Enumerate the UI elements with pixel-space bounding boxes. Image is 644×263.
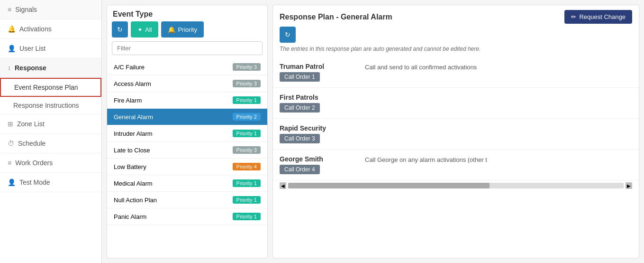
sidebar-item-label: Activations: [19, 25, 52, 33]
response-header: Response Plan - General Alarm ✏ Request …: [273, 5, 639, 27]
event-row[interactable]: Fire AlarmPriority 1: [107, 92, 267, 109]
sidebar-item-test-mode[interactable]: 👤 Test Mode: [0, 173, 101, 192]
event-row[interactable]: Late to ClosePriority 3: [107, 142, 267, 159]
sidebar-item-activations[interactable]: 🔔 Activations: [0, 19, 101, 39]
event-name: Access Alarm: [114, 80, 151, 87]
contact-name: Truman Patrol: [280, 63, 355, 70]
user-icon: 👤: [8, 45, 16, 52]
call-order-badge: Call Order 2: [280, 103, 355, 113]
zone-icon: ⊞: [8, 120, 13, 128]
contact-description: Call and send to all confirmed activatio…: [365, 63, 477, 71]
event-row[interactable]: Access AlarmPriority 3: [107, 75, 267, 92]
event-row[interactable]: General AlarmPriority 2: [107, 109, 267, 125]
priority-badge: Priority 2: [233, 113, 261, 121]
event-row[interactable]: Low BatteryPriority 4: [107, 159, 267, 175]
sidebar-item-label: Zone List: [17, 120, 45, 128]
response-plan-title: Response Plan - General Alarm: [280, 13, 392, 21]
event-name: Null Action Plan: [114, 197, 157, 204]
bell-filter-icon: 🔔: [168, 26, 175, 33]
response-row: Truman PatrolCall Order 1Call and send t…: [273, 57, 639, 88]
sidebar-item-response[interactable]: ↕ Response: [0, 58, 101, 78]
scrollbar-thumb: [288, 183, 490, 188]
sidebar-item-user-list[interactable]: 👤 User List: [0, 39, 101, 58]
event-name: Panic Alarm: [114, 213, 146, 220]
event-name: Fire Alarm: [114, 97, 142, 104]
refresh-icon: ↻: [117, 26, 123, 33]
priority-badge: Priority 1: [233, 96, 261, 104]
response-contact: Truman PatrolCall Order 1: [280, 63, 355, 82]
sidebar-item-schedule[interactable]: ⏱ Schedule: [0, 134, 101, 153]
contact-name: Rapid Security: [280, 124, 355, 132]
event-name: Intruder Alarm: [114, 130, 153, 137]
event-name: Medical Alarm: [114, 180, 153, 187]
request-change-button[interactable]: ✏ Request Change: [564, 10, 632, 24]
all-label: All: [145, 26, 152, 33]
scroll-right-button[interactable]: ▶: [626, 182, 632, 189]
sidebar: ≡ Signals 🔔 Activations 👤 User List ↕ Re…: [0, 0, 102, 263]
event-name: A/C Failure: [114, 64, 145, 71]
call-order-badge: Call Order 3: [280, 134, 355, 143]
priority-button[interactable]: 🔔 Priority: [161, 21, 203, 38]
signals-icon: ≡: [8, 6, 11, 13]
main-content: Event Type ↻ ✦ All 🔔 Priority A/C Failur…: [102, 0, 644, 263]
priority-badge: Priority 1: [233, 179, 261, 187]
filter-input[interactable]: [112, 41, 263, 55]
contact-name: George Smith: [280, 155, 355, 163]
response-row: Rapid SecurityCall Order 3: [273, 119, 639, 150]
asterisk-icon: ✦: [137, 26, 143, 33]
event-row[interactable]: Intruder AlarmPriority 1: [107, 125, 267, 142]
call-order-badge: Call Order 1: [280, 72, 355, 82]
sidebar-sub-item-label: Response Instructions: [13, 102, 79, 109]
scroll-left-button[interactable]: ◀: [280, 182, 286, 189]
sidebar-item-label: Signals: [15, 6, 37, 13]
priority-badge: Priority 1: [233, 130, 261, 137]
refresh-button[interactable]: ↻: [112, 21, 128, 38]
response-refresh-icon: ↻: [285, 31, 290, 38]
event-row[interactable]: Panic AlarmPriority 1: [107, 208, 267, 225]
response-contact: Rapid SecurityCall Order 3: [280, 124, 355, 143]
sidebar-item-label: Response: [15, 64, 46, 72]
call-order-badge: Call Order 4: [280, 165, 355, 174]
response-note: The entries in this response plan are au…: [273, 46, 639, 57]
sidebar-item-label: Test Mode: [19, 178, 50, 186]
sidebar-item-response-instructions[interactable]: Response Instructions: [0, 97, 101, 114]
response-refresh-button[interactable]: ↻: [280, 27, 296, 43]
all-button[interactable]: ✦ All: [131, 21, 158, 38]
contact-description: Call George on any alarm activations (ot…: [365, 155, 487, 163]
sidebar-item-label: User List: [19, 45, 45, 52]
event-list: A/C FailurePriority 3Access AlarmPriorit…: [107, 59, 267, 258]
event-row[interactable]: Null Action PlanPriority 1: [107, 192, 267, 208]
event-name: Low Battery: [114, 163, 146, 170]
test-mode-icon: 👤: [8, 178, 16, 186]
sidebar-item-label: Schedule: [18, 140, 45, 147]
event-row[interactable]: Medical AlarmPriority 1: [107, 175, 267, 192]
priority-badge: Priority 1: [233, 213, 261, 220]
scrollbar-track[interactable]: [288, 183, 624, 188]
work-orders-icon: ≡: [8, 159, 11, 167]
response-contact: First PatrolsCall Order 2: [280, 94, 355, 113]
priority-badge: Priority 4: [233, 163, 261, 170]
sidebar-sub-item-label: Event Response Plan: [14, 84, 78, 91]
horizontal-scrollbar[interactable]: ◀ ▶: [273, 180, 639, 191]
sidebar-item-work-orders[interactable]: ≡ Work Orders: [0, 153, 101, 173]
response-contact: George SmithCall Order 4: [280, 155, 355, 174]
response-list: Truman PatrolCall Order 1Call and send t…: [273, 57, 639, 258]
sidebar-item-signals[interactable]: ≡ Signals: [0, 0, 101, 19]
contact-name: First Patrols: [280, 94, 355, 101]
request-change-label: Request Change: [579, 13, 626, 20]
content-area: Event Type ↻ ✦ All 🔔 Priority A/C Failur…: [102, 0, 644, 263]
event-type-panel: Event Type ↻ ✦ All 🔔 Priority A/C Failur…: [107, 5, 268, 258]
bell-icon: 🔔: [8, 25, 16, 33]
sidebar-item-event-response-plan[interactable]: Event Response Plan: [0, 78, 101, 97]
response-icon: ↕: [8, 64, 11, 72]
priority-badge: Priority 3: [233, 63, 261, 71]
priority-badge: Priority 3: [233, 146, 261, 154]
event-row[interactable]: A/C FailurePriority 3: [107, 59, 267, 75]
pencil-icon: ✏: [571, 13, 576, 20]
priority-label: Priority: [178, 26, 197, 33]
event-type-toolbar: ↻ ✦ All 🔔 Priority: [107, 21, 267, 41]
sidebar-item-zone-list[interactable]: ⊞ Zone List: [0, 114, 101, 134]
event-type-title: Event Type: [107, 5, 267, 21]
response-toolbar: ↻: [273, 27, 639, 46]
event-name: Late to Close: [114, 147, 150, 154]
